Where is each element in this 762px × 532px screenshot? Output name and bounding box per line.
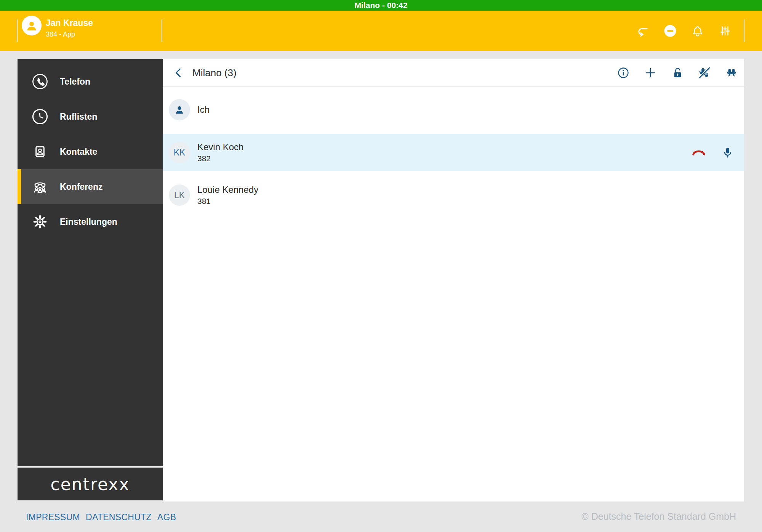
footer-link-datenschutz[interactable]: DATENSCHUTZ [86,512,152,522]
brand-logo-block: centrexx [18,468,163,500]
conference-icon [32,178,48,195]
participant-list: Ich KK Kevin Koch 382 [163,87,744,213]
copyright-text: © Deutsche Telefon Standard GmbH [581,511,736,522]
footer-link-impressum[interactable]: IMPRESSUM [26,512,80,522]
hangup-icon[interactable] [692,145,706,160]
conference-header: Milano (3) [163,59,744,87]
microphone-icon[interactable] [720,145,735,160]
sidebar-nav: Telefon Ruflisten Kontakte [18,59,163,466]
sidebar-item-label: Telefon [60,77,90,87]
sidebar-item-kontakte[interactable]: Kontakte [18,134,163,169]
call-history-clock-icon [32,108,48,125]
sidebar-item-label: Einstellungen [60,217,117,227]
contacts-icon [32,143,48,160]
footer-links: IMPRESSUM DATENSCHUTZ AGB [26,512,176,522]
lower-hands-icon[interactable] [698,67,711,79]
avatar [169,99,190,120]
header-divider [744,19,744,42]
user-extension: 384 - App [46,30,93,38]
participant-info: Ich [197,104,210,115]
participant-number: 381 [197,197,258,206]
participant-row-ich[interactable]: Ich [163,91,744,128]
call-status-bar[interactable]: Milano - 00:42 [0,0,762,11]
sidebar-item-konferenz[interactable]: Konferenz [18,169,163,204]
centrexx-logo: centrexx [51,474,130,494]
sidebar-item-label: Ruflisten [60,112,97,122]
back-button[interactable] [173,67,185,79]
user-avatar[interactable] [22,16,42,35]
user-info: Jan Krause 384 - App [46,18,93,38]
settings-gear-icon [32,213,48,230]
sidebar-item-telefon[interactable]: Telefon [18,64,163,99]
person-icon [174,104,185,115]
centrexx-app: Milano - 00:42 Jan Krause 384 - App [0,0,762,532]
participant-info: Kevin Koch 382 [197,142,243,163]
avatar-initials: KK [174,147,186,158]
add-participant-icon[interactable] [644,67,656,79]
audio-tune-icon[interactable] [718,24,732,38]
notifications-bell-icon[interactable] [691,24,704,38]
sidebar-item-einstellungen[interactable]: Einstellungen [18,204,163,239]
participant-name: Ich [197,104,210,115]
conference-toolbar [617,59,738,87]
conference-panel: Milano (3) [163,59,744,502]
header-actions [636,11,732,51]
do-not-disturb-icon[interactable] [663,24,677,38]
person-icon [25,19,38,32]
top-header-bar: Jan Krause 384 - App [0,11,762,51]
sidebar-item-label: Kontakte [60,147,97,157]
header-divider [17,19,18,42]
participant-name: Kevin Koch [197,142,243,152]
unlock-icon[interactable] [671,67,684,79]
participant-number: 382 [197,154,243,163]
sidebar-item-ruflisten[interactable]: Ruflisten [18,99,163,134]
participant-info: Louie Kennedy 381 [197,184,258,206]
avatar: LK [169,184,190,206]
mute-all-icon[interactable] [725,67,738,79]
user-name: Jan Krause [46,18,93,28]
participant-actions [692,134,735,171]
info-icon[interactable] [617,67,629,79]
call-status-text: Milano - 00:42 [355,1,408,10]
footer-link-agb[interactable]: AGB [157,512,176,522]
participant-row-kevin-koch[interactable]: KK Kevin Koch 382 [163,134,744,171]
call-forward-icon[interactable] [636,24,650,38]
header-divider [162,19,162,42]
conference-title: Milano (3) [192,67,237,79]
phone-icon [32,73,48,90]
avatar: KK [169,142,190,163]
avatar-initials: LK [174,190,185,200]
sidebar-item-label: Konferenz [60,182,102,192]
participant-row-louie-kennedy[interactable]: LK Louie Kennedy 381 [163,177,744,213]
participant-name: Louie Kennedy [197,184,258,195]
